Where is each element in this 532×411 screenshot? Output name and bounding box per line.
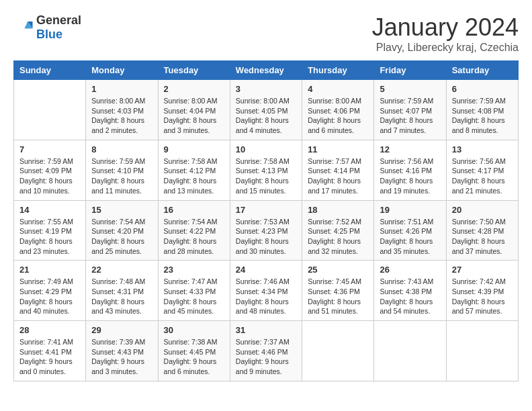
week-row-3: 14Sunrise: 7:55 AM Sunset: 4:19 PM Dayli… [14,200,519,261]
day-number: 19 [380,205,440,215]
day-info: Sunrise: 7:51 AM Sunset: 4:26 PM Dayligh… [380,217,440,257]
calendar-cell: 18Sunrise: 7:52 AM Sunset: 4:25 PM Dayli… [302,200,374,261]
day-header-thursday: Thursday [302,61,374,80]
day-header-tuesday: Tuesday [158,61,230,80]
logo-blue: Blue [36,28,62,41]
calendar-cell: 12Sunrise: 7:56 AM Sunset: 4:16 PM Dayli… [374,140,446,200]
day-number: 2 [164,84,224,94]
day-number: 26 [380,265,440,275]
logo-icon [13,17,34,38]
day-number: 30 [164,325,224,335]
day-number: 28 [19,325,80,335]
calendar-cell: 30Sunrise: 7:38 AM Sunset: 4:45 PM Dayli… [158,321,230,381]
day-info: Sunrise: 7:43 AM Sunset: 4:38 PM Dayligh… [380,277,440,316]
calendar-cell: 26Sunrise: 7:43 AM Sunset: 4:38 PM Dayli… [374,261,446,321]
day-info: Sunrise: 7:50 AM Sunset: 4:28 PM Dayligh… [452,217,513,257]
day-number: 12 [380,144,440,154]
day-info: Sunrise: 7:49 AM Sunset: 4:29 PM Dayligh… [19,277,80,316]
day-info: Sunrise: 7:58 AM Sunset: 4:12 PM Dayligh… [164,156,224,196]
day-number: 23 [164,265,224,275]
day-info: Sunrise: 7:48 AM Sunset: 4:31 PM Dayligh… [91,277,152,316]
calendar-subtitle: Plavy, Liberecky kraj, Czechia [372,42,519,54]
day-info: Sunrise: 7:41 AM Sunset: 4:41 PM Dayligh… [19,337,80,377]
calendar-cell: 28Sunrise: 7:41 AM Sunset: 4:41 PM Dayli… [14,321,86,381]
day-header-saturday: Saturday [446,61,518,80]
calendar-cell: 22Sunrise: 7:48 AM Sunset: 4:31 PM Dayli… [86,261,158,321]
title-block: January 2024 Plavy, Liberecky kraj, Czec… [372,13,519,54]
day-info: Sunrise: 8:00 AM Sunset: 4:03 PM Dayligh… [91,96,152,136]
calendar-cell: 29Sunrise: 7:39 AM Sunset: 4:43 PM Dayli… [86,321,158,381]
calendar-cell: 7Sunrise: 7:59 AM Sunset: 4:09 PM Daylig… [14,140,86,200]
day-number: 31 [236,325,296,335]
day-number: 9 [164,144,224,154]
day-number: 4 [308,84,368,94]
day-info: Sunrise: 7:46 AM Sunset: 4:34 PM Dayligh… [236,277,296,316]
day-info: Sunrise: 8:00 AM Sunset: 4:04 PM Dayligh… [164,96,224,136]
day-info: Sunrise: 7:58 AM Sunset: 4:13 PM Dayligh… [236,156,296,196]
day-info: Sunrise: 7:42 AM Sunset: 4:39 PM Dayligh… [452,277,513,316]
calendar-cell: 9Sunrise: 7:58 AM Sunset: 4:12 PM Daylig… [158,140,230,200]
day-info: Sunrise: 7:52 AM Sunset: 4:25 PM Dayligh… [308,217,368,257]
day-info: Sunrise: 7:57 AM Sunset: 4:14 PM Dayligh… [308,156,368,196]
calendar-cell: 15Sunrise: 7:54 AM Sunset: 4:20 PM Dayli… [86,200,158,261]
week-row-5: 28Sunrise: 7:41 AM Sunset: 4:41 PM Dayli… [14,321,519,381]
calendar-cell: 8Sunrise: 7:59 AM Sunset: 4:10 PM Daylig… [86,140,158,200]
week-row-2: 7Sunrise: 7:59 AM Sunset: 4:09 PM Daylig… [14,140,519,200]
day-info: Sunrise: 7:54 AM Sunset: 4:20 PM Dayligh… [91,217,152,257]
calendar-cell [14,80,86,140]
calendar-cell: 16Sunrise: 7:54 AM Sunset: 4:22 PM Dayli… [158,200,230,261]
calendar-cell: 23Sunrise: 7:47 AM Sunset: 4:33 PM Dayli… [158,261,230,321]
calendar-cell: 2Sunrise: 8:00 AM Sunset: 4:04 PM Daylig… [158,80,230,140]
calendar-cell: 24Sunrise: 7:46 AM Sunset: 4:34 PM Dayli… [230,261,302,321]
day-number: 13 [452,144,513,154]
logo: General Blue [13,13,81,42]
day-info: Sunrise: 7:55 AM Sunset: 4:19 PM Dayligh… [19,217,80,257]
calendar-cell: 11Sunrise: 7:57 AM Sunset: 4:14 PM Dayli… [302,140,374,200]
day-info: Sunrise: 7:47 AM Sunset: 4:33 PM Dayligh… [164,277,224,316]
calendar-cell: 25Sunrise: 7:45 AM Sunset: 4:36 PM Dayli… [302,261,374,321]
day-number: 14 [19,205,80,215]
day-info: Sunrise: 7:59 AM Sunset: 4:07 PM Dayligh… [380,96,440,136]
day-number: 6 [452,84,513,94]
day-number: 21 [19,265,80,275]
day-info: Sunrise: 7:59 AM Sunset: 4:09 PM Dayligh… [19,156,80,196]
calendar-cell: 27Sunrise: 7:42 AM Sunset: 4:39 PM Dayli… [446,261,518,321]
calendar-cell: 3Sunrise: 8:00 AM Sunset: 4:05 PM Daylig… [230,80,302,140]
calendar-cell: 31Sunrise: 7:37 AM Sunset: 4:46 PM Dayli… [230,321,302,381]
calendar-cell: 6Sunrise: 7:59 AM Sunset: 4:08 PM Daylig… [446,80,518,140]
day-info: Sunrise: 7:56 AM Sunset: 4:17 PM Dayligh… [452,156,513,196]
week-row-4: 21Sunrise: 7:49 AM Sunset: 4:29 PM Dayli… [14,261,519,321]
day-number: 7 [19,144,80,154]
day-header-monday: Monday [86,61,158,80]
day-header-wednesday: Wednesday [230,61,302,80]
calendar-title: January 2024 [372,13,519,42]
calendar-cell: 20Sunrise: 7:50 AM Sunset: 4:28 PM Dayli… [446,200,518,261]
day-number: 10 [236,144,296,154]
day-number: 24 [236,265,296,275]
day-number: 8 [91,144,152,154]
calendar-cell: 1Sunrise: 8:00 AM Sunset: 4:03 PM Daylig… [86,80,158,140]
day-info: Sunrise: 7:45 AM Sunset: 4:36 PM Dayligh… [308,277,368,316]
calendar-cell: 19Sunrise: 7:51 AM Sunset: 4:26 PM Dayli… [374,200,446,261]
day-number: 17 [236,205,296,215]
day-info: Sunrise: 7:53 AM Sunset: 4:23 PM Dayligh… [236,217,296,257]
calendar-cell: 4Sunrise: 8:00 AM Sunset: 4:06 PM Daylig… [302,80,374,140]
day-number: 25 [308,265,368,275]
header-row: SundayMondayTuesdayWednesdayThursdayFrid… [14,61,519,80]
calendar-cell [374,321,446,381]
day-info: Sunrise: 7:37 AM Sunset: 4:46 PM Dayligh… [236,337,296,377]
day-number: 16 [164,205,224,215]
calendar-cell: 17Sunrise: 7:53 AM Sunset: 4:23 PM Dayli… [230,200,302,261]
day-number: 27 [452,265,513,275]
calendar-cell: 5Sunrise: 7:59 AM Sunset: 4:07 PM Daylig… [374,80,446,140]
calendar-cell [302,321,374,381]
calendar-cell: 21Sunrise: 7:49 AM Sunset: 4:29 PM Dayli… [14,261,86,321]
week-row-1: 1Sunrise: 8:00 AM Sunset: 4:03 PM Daylig… [14,80,519,140]
day-info: Sunrise: 7:59 AM Sunset: 4:10 PM Dayligh… [91,156,152,196]
day-number: 15 [91,205,152,215]
day-number: 20 [452,205,513,215]
day-number: 18 [308,205,368,215]
day-number: 11 [308,144,368,154]
calendar-cell [446,321,518,381]
logo-general: General [36,13,81,27]
